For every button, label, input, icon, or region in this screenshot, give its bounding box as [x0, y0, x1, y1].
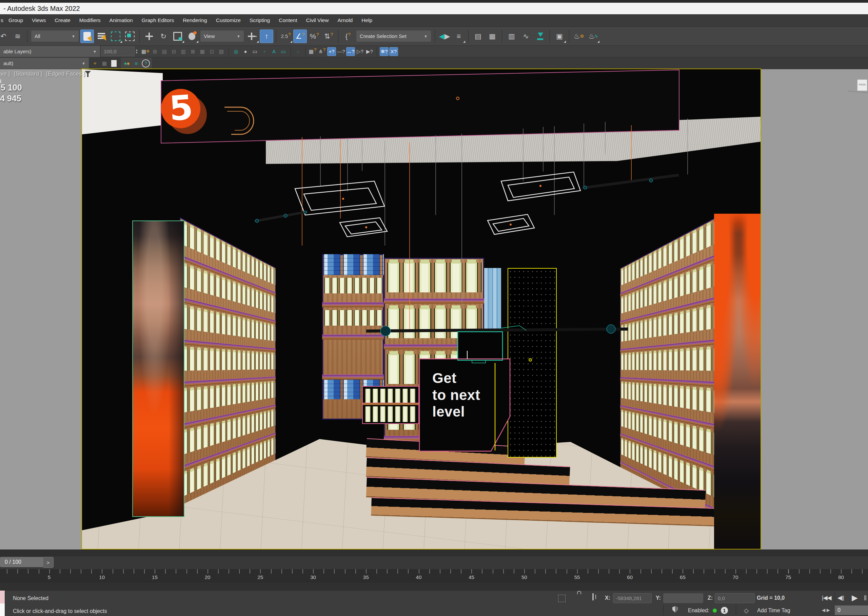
slider-script-icon[interactable]: ↔? [346, 47, 355, 56]
add-time-tag[interactable]: Add Time Tag [757, 608, 790, 614]
layers-stack-icon[interactable]: ▦ [100, 59, 109, 68]
pivot-target-icon[interactable]: ◎ [232, 47, 240, 56]
menu-item[interactable]: Customize [212, 14, 245, 27]
play-button[interactable]: ▶ [852, 593, 857, 602]
named-selection-set-dropdown[interactable]: Create Selection Set▼ [356, 30, 431, 42]
menu-item[interactable]: Animation [105, 14, 137, 27]
current-frame-field[interactable]: 0 [835, 605, 868, 615]
reference-coordinate-dropdown[interactable]: View▼ [201, 30, 244, 42]
spinner-arrows-icon[interactable]: ▲▼ [135, 49, 138, 54]
select-place-button[interactable] [185, 30, 199, 43]
menu-item[interactable]: Arnold [333, 14, 357, 27]
render-setup-dl-button[interactable] [533, 30, 547, 43]
menu-item[interactable]: Group [4, 14, 27, 27]
next-frame-partial-button[interactable]: || [864, 594, 866, 601]
viewport-style-label[interactable]: [Edged Faces ] [47, 71, 85, 77]
layer-tool-icon[interactable]: ▥ [179, 47, 188, 56]
use-center-button[interactable]: ▪ [246, 30, 259, 43]
filter-funnel-icon[interactable] [85, 71, 91, 78]
spinner-snap-button[interactable]: ⇅? [322, 30, 335, 43]
line-script-icon[interactable]: —? [337, 47, 346, 56]
mirror-button[interactable]: ◀▶ [438, 30, 451, 43]
freeze-script-icon[interactable]: ❄? [380, 47, 389, 56]
layer-tool-icon[interactable]: ⊞ [150, 47, 159, 56]
rendered-frame-window-button[interactable]: ▣ [553, 30, 566, 43]
squares-icon[interactable]: ▫ [260, 47, 269, 56]
align-button[interactable]: ≡ [452, 30, 465, 43]
render-setup-button[interactable]: ♨⚙ [572, 30, 586, 43]
workspace-dropdown[interactable]: ault)▼ [0, 58, 89, 69]
percent-snap-button[interactable]: %? [307, 30, 321, 43]
active-layer-dropdown[interactable]: able Layers)▼ [0, 46, 100, 57]
window-crossing-button[interactable] [123, 30, 136, 43]
plus-script-icon[interactable]: +? [327, 47, 336, 56]
menu-item[interactable]: Create [50, 14, 75, 27]
angle-snap-button[interactable]: ∠? [293, 30, 307, 43]
selection-filter-dropdown[interactable]: All▼ [31, 30, 79, 42]
select-move-button[interactable] [143, 30, 156, 43]
layer-tool-icon[interactable]: ⊡ [207, 47, 216, 56]
menu-item[interactable]: Scripting [245, 14, 274, 27]
dot-circle-icon[interactable]: ◌ [294, 47, 302, 56]
left-viewport[interactable] [0, 69, 81, 550]
layer-tool-icon[interactable]: ▦ [198, 47, 207, 56]
next-frame-button[interactable]: > [43, 557, 53, 568]
menu-item-partial[interactable]: s [0, 17, 4, 24]
add-stack-icon[interactable]: ＋ [91, 59, 99, 68]
vegetation-icon[interactable]: ♠♠ [122, 59, 131, 68]
menu-item[interactable]: Rendering [179, 14, 212, 27]
select-by-name-button[interactable] [95, 30, 108, 43]
ribbon-toggle-button[interactable]: ▥ [505, 30, 519, 43]
layer-list-icon[interactable]: ▦⚙ [141, 47, 150, 56]
x-coordinate-field[interactable]: -58348,281 [613, 593, 652, 603]
layer-tool-icon[interactable]: ⊠ [188, 47, 197, 56]
menu-item[interactable]: Civil View [302, 14, 333, 27]
layer-tool-icon[interactable]: ⊟ [169, 47, 179, 56]
bone-tool-icon[interactable]: ⋔? [318, 47, 326, 56]
timeline-ruler[interactable]: 5101520253035404550556065707580 [0, 569, 868, 583]
layer-explorer-button[interactable]: ▦ [486, 30, 499, 43]
absolute-mode-icon[interactable] [592, 593, 594, 600]
previous-frame-button[interactable]: ◀|| [837, 594, 844, 602]
viewport-shading-label[interactable]: [Standard ] [14, 71, 42, 77]
quick-render-button[interactable]: ♨ϟ [586, 30, 600, 43]
select-rotate-button[interactable]: ↻ [157, 30, 170, 43]
select-manipulate-button[interactable]: ↑ [260, 30, 273, 43]
undo-icon[interactable]: ↶ [0, 30, 10, 43]
perspective-viewport[interactable]: 5 [81, 69, 761, 550]
autogrid-icon[interactable]: A [269, 47, 278, 56]
menu-item[interactable]: Content [274, 14, 301, 27]
snap-toggle-25-button[interactable]: 2.5? [279, 30, 293, 43]
selection-region-button[interactable] [109, 30, 122, 43]
white-swatch-icon[interactable] [110, 59, 118, 68]
curve-editor-button[interactable]: ∿ [519, 30, 533, 43]
select-scale-button[interactable] [171, 30, 185, 43]
safe-scripts-shield-icon[interactable] [672, 606, 678, 613]
arrow-filled-script-icon[interactable]: ▶? [365, 47, 374, 56]
ruler-icon[interactable]: ▭ [279, 47, 288, 56]
help-circle-icon[interactable]: ? [141, 59, 150, 68]
menu-item[interactable]: Views [27, 14, 50, 27]
menu-item[interactable]: Graph Editors [137, 14, 179, 27]
maxscript-mini-listener[interactable] [0, 591, 5, 616]
spheres-icon[interactable]: ● [241, 47, 250, 56]
y-coordinate-field[interactable] [663, 593, 703, 603]
transparency-spinner[interactable]: 100,0 [101, 47, 135, 56]
viewport-view-label[interactable]: ve ] [1, 71, 10, 77]
notification-count-badge[interactable]: 1 [721, 607, 728, 614]
time-slider[interactable]: 0 / 100 [0, 557, 43, 567]
notes-doc-icon[interactable]: ≡ [132, 59, 141, 68]
goto-start-button[interactable]: |◀◀ [822, 594, 831, 602]
link-icon[interactable]: ≋ [11, 30, 24, 43]
eraser-icon[interactable]: ▭ [251, 47, 259, 56]
arrow-script-icon[interactable]: ▷? [356, 47, 365, 56]
scene-explorer-button[interactable]: ▤ [471, 30, 485, 43]
menu-item[interactable]: Modifiers [75, 14, 105, 27]
layer-tool-icon[interactable]: ▧ [217, 47, 226, 56]
menu-item[interactable]: Help [357, 14, 377, 27]
layer-tool-icon[interactable]: ▤ [160, 47, 169, 56]
edit-named-selection-button[interactable]: {? [341, 30, 355, 43]
dot-grid-icon[interactable]: ▦? [308, 47, 317, 56]
key-mode-toggle[interactable]: ◀ ▶ [822, 608, 830, 613]
right-viewport[interactable]: FRON [761, 69, 868, 550]
